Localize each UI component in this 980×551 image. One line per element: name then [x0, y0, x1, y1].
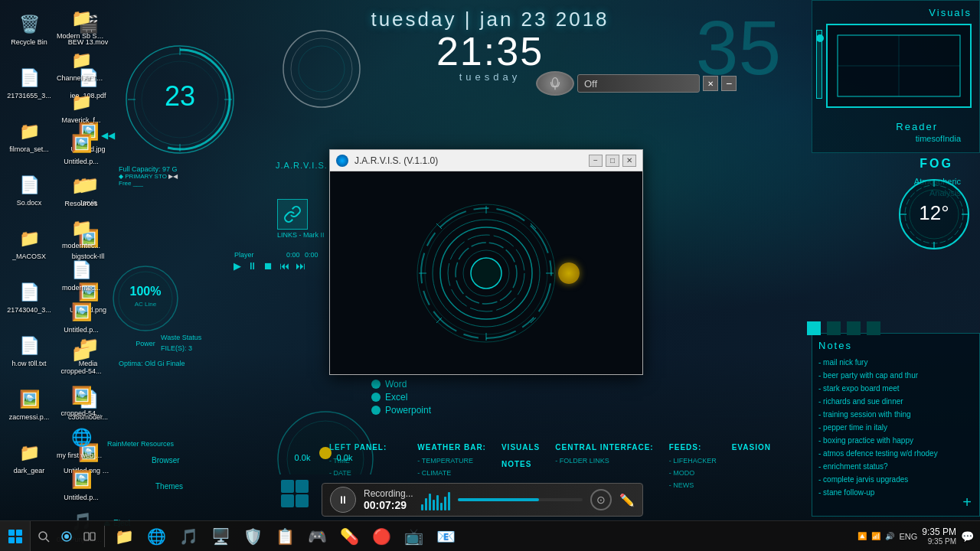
icon-how[interactable]: 📄 h.ow t0ll.txt: [3, 324, 55, 377]
taskbar-file-explorer[interactable]: 📁: [108, 522, 140, 551]
icon-untitled-p1[interactable]: 🖼️ Untitled.p...: [55, 129, 107, 169]
taskbar-media-player[interactable]: 🎵: [172, 522, 204, 551]
wave-bar-6: [440, 503, 443, 510]
svg-text:0.0k: 0.0k: [337, 453, 353, 462]
icon-untitled-p3[interactable]: 🖼️ Untitled.p...: [55, 465, 107, 505]
links-mark-icon: [277, 199, 308, 230]
visuals-slider[interactable]: [816, 30, 822, 99]
temp-circle-svg: 12°: [896, 176, 972, 253]
pause-btn[interactable]: ⏸: [247, 260, 257, 272]
svg-point-21: [552, 78, 557, 86]
links-mark-area[interactable]: LINKS - Mark II: [277, 199, 325, 239]
svg-rect-24: [296, 480, 309, 493]
icon-label: 21731655_3...: [7, 92, 51, 100]
taskbar-app10[interactable]: 📺: [397, 522, 430, 551]
icon-21731655[interactable]: 📄 21731655_3...: [3, 57, 55, 109]
play-btn[interactable]: ▶: [234, 260, 241, 272]
recording-pause-btn[interactable]: ⏸: [330, 487, 356, 513]
recording-progress[interactable]: [458, 498, 583, 501]
reader-label: Reader: [896, 121, 938, 132]
recording-pen-btn[interactable]: ✏️: [619, 493, 635, 507]
taskbar-clock[interactable]: 9:35 PM 9:35 PM: [922, 527, 956, 546]
jarvis-desktop-label: J.A.R.V.I.S.: [276, 161, 328, 170]
recording-webcam-btn[interactable]: ⊙: [590, 489, 612, 510]
volume-bar[interactable]: Off: [577, 74, 700, 93]
icon-label: filmora_set...: [9, 145, 49, 154]
icon-label: Maverick_f...: [61, 116, 100, 125]
icon-label: Untitled.p...: [64, 494, 99, 502]
taskbar-ie[interactable]: 🌐: [140, 522, 172, 551]
taskbar-app11[interactable]: 📧: [430, 522, 462, 551]
powerpoint-item[interactable]: Powerpoint: [371, 405, 431, 416]
channel-ar1-icon: 📁: [69, 48, 93, 73]
icon-maverick[interactable]: 📁 Maverick_f...: [55, 87, 107, 128]
restore-btn[interactable]: □: [606, 155, 619, 167]
taskbar-app7[interactable]: 🎮: [301, 522, 333, 551]
teal-sq-4: [867, 321, 880, 335]
notes-add-btn[interactable]: +: [962, 494, 972, 511]
taskbar-app5[interactable]: 🛡️: [237, 522, 269, 551]
svg-point-20: [299, 46, 345, 92]
svg-point-17: [319, 447, 332, 459]
wave-bar-3: [429, 494, 431, 510]
minimize-btn[interactable]: −: [589, 155, 603, 167]
next-btn[interactable]: ⏭: [296, 260, 305, 272]
folder-icon: 📁: [17, 119, 41, 144]
icon-label: zacmessi.p...: [9, 413, 50, 422]
icon-channel-ar1[interactable]: 📁 Channel Ar Template (.: [55, 45, 107, 86]
icon-recycle-bin[interactable]: 🗑️ Recycle Bin: [3, 3, 55, 55]
volume-icon[interactable]: [536, 71, 574, 96]
word-item[interactable]: Word: [371, 379, 431, 390]
jarvis-window[interactable]: J.A.R.V.I.S. (V.1.1.0) − □ ✕: [329, 149, 643, 375]
taskbar-hidden-icons-btn[interactable]: 🔼: [858, 532, 867, 540]
excel-item[interactable]: Excel: [371, 392, 431, 403]
icon-moderntec[interactable]: 📄 moderntec...: [55, 255, 107, 295]
close-btn[interactable]: ✕: [622, 155, 636, 167]
icon-21743040[interactable]: 📄 21743040_3...: [3, 271, 55, 323]
volume-minus-btn[interactable]: −: [721, 76, 737, 91]
search-icon: [38, 530, 50, 543]
icon-label: moderntec...: [62, 242, 100, 250]
svg-rect-57: [8, 537, 15, 543]
icon-label: 21743040_3...: [7, 306, 51, 315]
taskbar-app8[interactable]: 💊: [333, 522, 365, 551]
teal-sq-2: [827, 321, 841, 335]
links-label: LINKS - Mark II: [277, 231, 325, 239]
taskbar-cortana-btn[interactable]: [55, 522, 78, 551]
svg-rect-25: [281, 494, 294, 507]
recording-waveform: [421, 489, 450, 510]
wave-bar-5: [436, 495, 439, 510]
taskbar-notifications-btn[interactable]: 💬: [961, 530, 974, 543]
icon-zacmessi[interactable]: 🖼️ zacmessi.p...: [3, 378, 55, 430]
start-button[interactable]: [0, 521, 31, 552]
icon-sodocx[interactable]: 📄 So.docx: [3, 164, 55, 216]
stop-btn[interactable]: ⏹: [263, 260, 273, 272]
volume-close-btn[interactable]: ✕: [703, 76, 718, 91]
svg-text:0.0k: 0.0k: [295, 453, 311, 462]
icon-darkgear[interactable]: 📁 dark_gear: [3, 432, 55, 484]
taskbar-app9[interactable]: 🔴: [365, 522, 397, 551]
icon-filmora[interactable]: 📁 filmora_set...: [3, 110, 55, 162]
taskbar-task-btn[interactable]: [78, 522, 101, 551]
taskbar: 📁 🌐 🎵 🖥️ 🛡️ 📋 🎮 💊 🔴 📺 📧 🔼 📶 🔊 ENG 9:35 P…: [0, 520, 980, 551]
icon-webpage[interactable]: 🌐 my first web page.html: [55, 422, 107, 463]
taskbar-sep-1: [104, 526, 105, 547]
prev-btn[interactable]: ⏮: [279, 260, 289, 272]
volume-label: Off: [584, 78, 597, 90]
icon-resources[interactable]: 📁 Resources: [55, 171, 107, 211]
taskbar-search-btn[interactable]: [32, 522, 55, 551]
up2-icon: 🖼️: [69, 300, 93, 324]
icon-macosx[interactable]: 📁 _MACOSX: [3, 217, 55, 269]
icon-label: Resources: [64, 200, 97, 208]
icon-cropped54[interactable]: 🖼️ cropped-54...: [55, 380, 107, 421]
icon-theme[interactable]: 📁 cropped-54...: [55, 338, 107, 379]
taskbar-app6[interactable]: 📋: [269, 522, 301, 551]
icon-untitled-p2[interactable]: 🖼️ Untitled.p...: [55, 297, 107, 337]
icon-modern-sb[interactable]: 📁 Modern Sb Studio: [55, 3, 107, 44]
taskbar-volume-icon[interactable]: 🔊: [885, 532, 894, 540]
excel-dot: [371, 393, 381, 402]
taskbar-app4[interactable]: 🖥️: [204, 522, 237, 551]
taskbar-language[interactable]: ENG: [899, 532, 917, 541]
jarvis-titlebar[interactable]: J.A.R.V.I.S. (V.1.1.0) − □ ✕: [330, 150, 642, 171]
icon-channel-ar2[interactable]: 📁 moderntec...: [55, 213, 107, 253]
